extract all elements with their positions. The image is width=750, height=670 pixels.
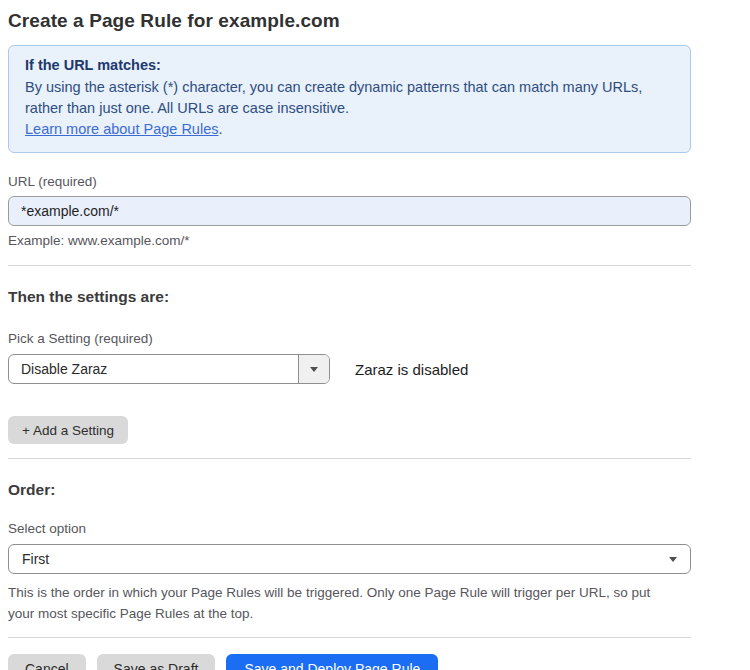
setting-status-text: Zaraz is disabled <box>355 361 468 378</box>
divider <box>8 458 691 459</box>
page-rule-form: Create a Page Rule for example.com If th… <box>0 0 691 670</box>
learn-more-link[interactable]: Learn more about Page Rules <box>25 121 218 137</box>
chevron-down-icon <box>669 557 677 562</box>
add-setting-button[interactable]: + Add a Setting <box>8 416 128 444</box>
setting-row: Disable Zaraz Zaraz is disabled <box>8 354 691 384</box>
order-select-value: First <box>22 551 49 567</box>
url-field-label: URL (required) <box>8 174 691 189</box>
pick-setting-label: Pick a Setting (required) <box>8 331 691 346</box>
form-actions: Cancel Save as Draft Save and Deploy Pag… <box>8 654 691 670</box>
save-and-deploy-button[interactable]: Save and Deploy Page Rule <box>226 654 438 670</box>
order-select-label: Select option <box>8 521 691 536</box>
order-section-heading: Order: <box>8 481 691 499</box>
setting-select-value: Disable Zaraz <box>9 355 298 383</box>
url-matches-info-box: If the URL matches: By using the asteris… <box>8 45 691 153</box>
page-title: Create a Page Rule for example.com <box>8 10 691 32</box>
save-as-draft-button[interactable]: Save as Draft <box>97 654 216 670</box>
cancel-button[interactable]: Cancel <box>8 654 86 670</box>
setting-select-arrow-button[interactable] <box>298 355 329 383</box>
settings-section-heading: Then the settings are: <box>8 288 691 306</box>
link-period: . <box>218 121 222 137</box>
divider <box>8 637 691 638</box>
url-example-hint: Example: www.example.com/* <box>8 233 691 248</box>
setting-select[interactable]: Disable Zaraz <box>8 354 330 384</box>
info-box-body: By using the asterisk (*) character, you… <box>25 77 673 119</box>
order-help-text: This is the order in which your Page Rul… <box>8 582 676 624</box>
info-box-heading: If the URL matches: <box>25 57 674 73</box>
order-select[interactable]: First <box>8 544 691 574</box>
chevron-down-icon <box>310 367 318 372</box>
divider <box>8 265 691 266</box>
info-link-row: Learn more about Page Rules. <box>25 119 674 140</box>
url-input[interactable] <box>8 196 691 226</box>
